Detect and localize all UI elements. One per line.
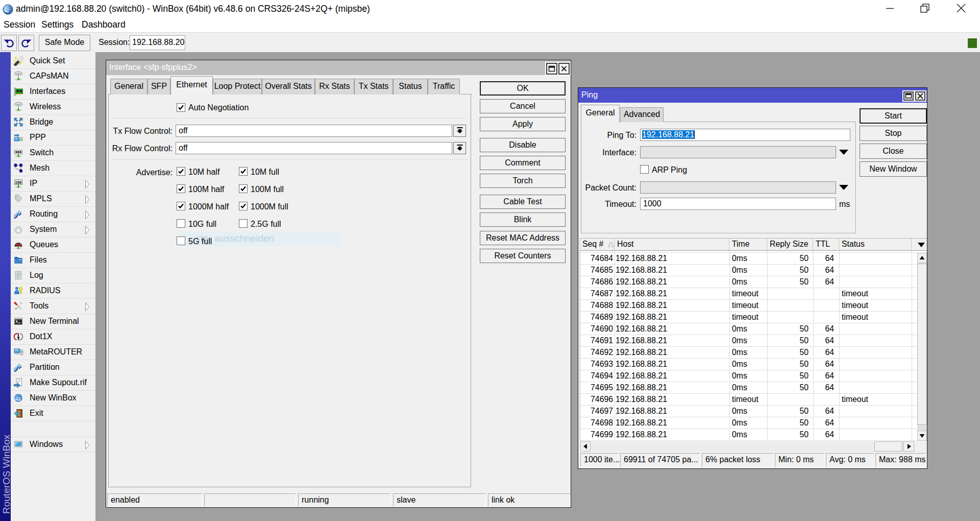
svg-text:255: 255 [15, 180, 22, 185]
